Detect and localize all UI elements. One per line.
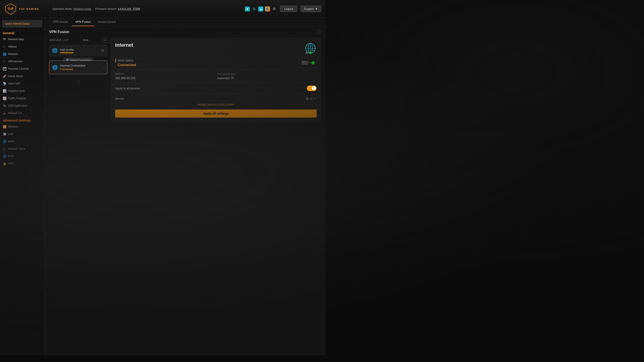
aiprotection-icon: 🛡 [3,60,6,63]
vpn-fusion-title: VPN Fusion [49,30,69,34]
internet-connection-container: 🔗 Default Connection 🌐 Internet Connecti… [49,60,107,74]
network-icon: 🌐 [3,52,6,56]
main-layout: Quick Internet Setup General 🗺 Network M… [0,18,326,355]
sidebar-label-aiprotection: AiProtection [8,60,22,63]
sidebar-item-lan[interactable]: 🔲 LAN [0,130,44,138]
game-boost-icon: 🚀 [3,74,6,78]
apply-all-label: Apply to all devices [115,87,140,90]
wan-status-section: WAN Status Connected [115,59,136,67]
globe-icon-area [304,42,317,55]
svg-point-13 [312,61,314,64]
status-icons: ■ ⚙ ☁ 👤 ⚙ [245,6,276,11]
sidebar-label-wireless: Wireless [8,125,18,128]
device-monitor-icon: 🖥 [305,96,309,100]
sidebar-item-parental-controls[interactable]: 👪 Parental Controls [0,65,44,73]
vpn-icon: 🔒 [3,162,6,165]
parental-controls-icon: 👪 [3,67,6,71]
sidebar-label-amazon-alexa: Amazon Alexa [8,147,25,150]
firmware-version: 3.0.0.6.102_37260 [118,7,140,10]
add-profile-progress-bar [60,52,73,53]
sidebar-item-adaptive-qos[interactable]: 📊 Adaptive QoS [0,87,44,95]
sidebar: Quick Internet Setup General 🗺 Network M… [0,18,45,355]
svg-rect-7 [306,52,309,54]
operation-label: Operation Mode: [52,7,72,10]
connection-type-item: Connection type Automatic IP [217,73,317,80]
wan-ip-label: WAN IP [115,73,215,75]
sidebar-item-wireless[interactable]: 📶 Wireless [0,123,44,130]
tab-instant-guard[interactable]: Instant Guard [94,18,119,26]
status-icon-gear: ⚙ [252,6,256,11]
internet-panel: Internet [111,38,321,122]
connection-arrow-icon: › [103,66,104,69]
add-server-button[interactable]: + [102,38,107,43]
firmware-label: Firmware Version: [95,7,117,10]
sidebar-item-game-boost[interactable]: 🚀 Game Boost [0,73,44,80]
header: TUF TUF GAMING Operation Mode: Wireless … [0,0,326,18]
wan-status-value: Connected [115,63,136,67]
sidebar-item-aicloud[interactable]: ☁ AiCloud 2.0 [0,109,44,117]
language-button[interactable]: English ▼ [300,5,321,12]
server-count: 0/16 [83,39,88,42]
diamond-icon: ◇ [49,79,107,84]
general-section-label: General [0,29,44,36]
device-row: Device 🖥 0 ✏ [115,96,317,100]
edit-icon[interactable]: ✏ [314,97,317,100]
info-grid: WAN IP 192.168.50.203 Connection type Au… [115,73,317,80]
aicloud-icon: ☁ [3,111,6,115]
sidebar-item-network-map[interactable]: 🗺 Network Map [0,36,44,43]
connection-name: Internet Connection [60,64,101,67]
sidebar-item-usb-application[interactable]: 🔌 USB Application [0,102,44,109]
network-diagram [301,59,317,67]
server-list-panel: SERVER LIST 0/16 + 🌐 Add profile ⊕ [49,38,107,122]
svg-rect-9 [302,61,308,65]
tab-vpn-server[interactable]: VPN Server [49,18,72,26]
internet-connection-card[interactable]: 🌐 Internet Connection Connected › [49,60,107,74]
sidebar-label-network: Network [8,52,18,56]
tab-vpn-fusion[interactable]: VPN Fusion [72,18,94,26]
add-profile-info: Add profile [60,48,99,53]
status-icon-user: 👤 [265,6,270,11]
vpn-tabs: VPN Server VPN Fusion Instant Guard [45,18,326,26]
sidebar-item-amazon-alexa[interactable]: ◎ Amazon Alexa [0,145,44,153]
wan-icon: 🌐 [3,140,6,143]
device-label: Device [115,97,124,100]
internet-header: Internet [115,42,317,55]
sidebar-item-ipv6[interactable]: 🌐 IPv6 [0,153,44,160]
connection-type-value: Automatic IP [217,76,234,80]
connection-diagram-icon [301,59,317,67]
globe-svg-icon [304,42,317,54]
sidebar-item-vpn[interactable]: 🔒 VPN [0,160,44,167]
sidebar-item-traffic-analyzer[interactable]: 📈 Traffic Analyzer [0,95,44,102]
sidebar-item-wan[interactable]: 🌐 WAN [0,138,44,145]
assign-devices-link[interactable]: Assign devices to this profile [115,103,317,106]
sidebar-item-aiprotection[interactable]: 🛡 AiProtection [0,58,44,65]
sidebar-item-network[interactable]: 🌐 Network [0,50,44,58]
sidebar-item-aimesh[interactable]: ⬡ AiMesh [0,43,44,50]
sidebar-label-lan: LAN [8,132,13,136]
sidebar-item-open-nat[interactable]: 📡 Open NAT [0,80,44,87]
apply-all-settings-button[interactable]: Apply all settings [115,109,317,117]
help-icon[interactable]: ? [316,29,321,34]
divider-line-2 [115,83,317,83]
sidebar-label-wan: WAN [8,140,14,143]
sidebar-label-aimesh: AiMesh [8,45,17,48]
sidebar-label-game-boost: Game Boost [8,75,23,78]
connection-info: Internet Connection Connected [60,64,101,71]
usb-application-icon: 🔌 [3,104,6,107]
lan-icon: 🔲 [3,132,6,136]
connection-type-label: Connection type [217,73,317,75]
logout-button[interactable]: Logout [280,5,298,12]
svg-point-8 [310,52,311,54]
add-profile-plus-icon[interactable]: ⊕ [101,48,104,53]
wan-ip-item: WAN IP 192.168.50.203 [115,73,215,80]
wan-status-row: WAN Status Connected [115,59,317,67]
quick-internet-setup-button[interactable]: Quick Internet Setup [2,20,42,27]
apply-all-row: Apply to all devices [115,86,317,91]
sidebar-label-ipv6: IPv6 [8,155,14,158]
chevron-down-icon: ▼ [315,7,318,10]
operation-info: Operation Mode: Wireless router Firmware… [48,7,245,10]
connection-status: Connected [60,68,101,71]
apply-all-toggle[interactable] [307,86,317,91]
advanced-section-label: Advanced Settings [0,117,44,123]
device-count-area: 🖥 0 ✏ [305,96,317,100]
